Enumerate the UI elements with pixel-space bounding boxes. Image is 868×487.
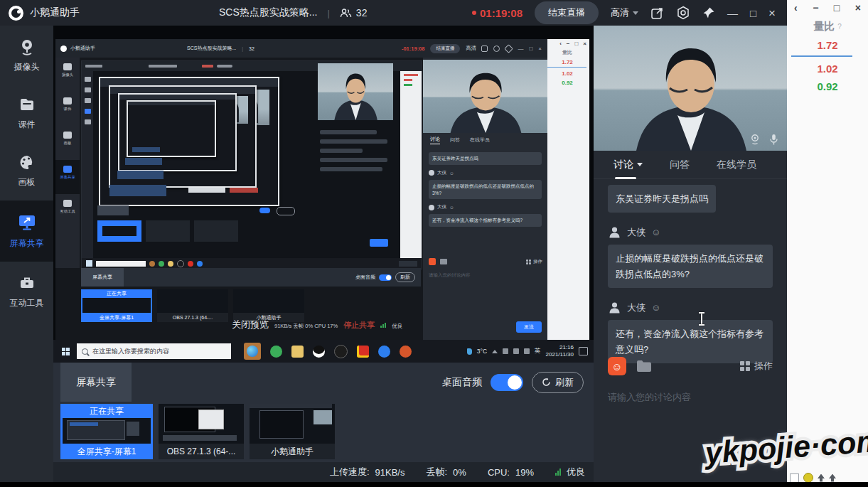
file-explorer-icon[interactable] (291, 346, 304, 358)
tab-discussion[interactable]: 讨论 (614, 159, 643, 171)
app-icon[interactable] (334, 345, 348, 358)
separator: | (327, 8, 329, 18)
nested-discussion-placeholder[interactable]: 请输入您的讨论内容 (429, 272, 471, 279)
nested-refresh-button[interactable]: 刷新 (395, 272, 415, 282)
cpu-label: CPU: (488, 467, 510, 478)
sidebar-item-courseware[interactable]: 课件 (0, 85, 53, 141)
avatar (429, 205, 434, 210)
nested-thumbnails: 正在共享 全屏共享-屏幕1 OBS 27.1.3 (64-... 小鹅通助手 (81, 289, 304, 322)
microphone-icon[interactable] (769, 134, 778, 145)
qq-icon[interactable] (313, 346, 325, 358)
share-tab[interactable]: 屏幕共享 (60, 363, 132, 402)
nested-end-live-button[interactable]: 结束直播 (430, 44, 460, 53)
nested-title-bar: 小鹅通助手 SCS热点股实战策略... | 32 -01:19:08 结束直播 … (55, 39, 547, 58)
nested-live-timer: -01:19:08 (402, 46, 425, 52)
nested-tab-qa[interactable]: 问答 (450, 137, 460, 144)
screen-share-preview: ‹−□× 量比 1.72 1.02 0.92 小鹅通助手 SCS热点股实战策略.… (53, 26, 594, 363)
browser-icon[interactable] (378, 346, 390, 358)
sidebar-item-tools[interactable]: 互动工具 (0, 264, 53, 319)
thumbnail-sharing[interactable]: 正在共享 全屏共享-屏幕1 (81, 289, 152, 322)
settings-icon[interactable] (676, 6, 690, 20)
quality-select[interactable]: 高清 (611, 6, 638, 19)
pin-icon[interactable] (505, 44, 514, 53)
sidebar-item-camera[interactable]: 摄像头 (0, 28, 53, 83)
sidebar-item-whiteboard[interactable]: 画板 (0, 143, 53, 198)
taskbar-clock[interactable]: 21:162021/11/30 (546, 344, 574, 358)
chat-message: 还有，资金净流入额这个指标有参考意义吗? (429, 214, 542, 227)
live-timer: 01:19:08 (472, 7, 523, 19)
viewer-count: 32 (340, 7, 368, 18)
tray-expand-icon[interactable] (492, 350, 498, 353)
close-button[interactable]: × (768, 7, 776, 19)
stock-minimize-button[interactable]: − (813, 2, 818, 14)
checkbox-icon[interactable] (790, 473, 799, 483)
clip-app-icon[interactable] (357, 346, 369, 358)
stop-share-button[interactable]: 停止共享 (343, 320, 375, 331)
thumbnail-assistant[interactable]: 小鹅通助手 (233, 289, 304, 322)
volume-ratio-value: 0.92 (787, 80, 868, 92)
nested-tab-discussion[interactable]: 讨论 (430, 136, 440, 144)
upload-speed-value: 91KB/s (375, 467, 405, 478)
file-button[interactable] (636, 360, 652, 373)
help-icon[interactable]: ? (837, 23, 842, 31)
nested-share-tab[interactable]: 屏幕共享 (81, 268, 124, 287)
nested-level2-window (81, 60, 422, 269)
tab-students[interactable]: 在线学员 (717, 159, 756, 171)
thumbnail-obs[interactable]: OBS 27.1.3 (64-... (159, 404, 244, 459)
office-app-icon[interactable] (400, 346, 412, 358)
notification-icon[interactable] (579, 347, 588, 355)
tool-icon[interactable] (829, 474, 836, 482)
webcam-icon[interactable] (749, 134, 761, 145)
stock-app-panel: ‹ − □ × 量比? 1.72 1.02 0.92 (787, 0, 868, 487)
actions-button[interactable]: 操作 (740, 360, 773, 373)
thumbnail-obs[interactable]: OBS 27.1.3 (64-... (157, 289, 228, 322)
nested-taskbar: 在这里输入你要搜索的内容 3°C 英 21:162021/11 (53, 340, 594, 363)
desktop-audio-toggle[interactable] (491, 374, 523, 391)
screen-share-icon (17, 213, 37, 232)
pin-icon[interactable] (702, 6, 715, 19)
nested-tab-students[interactable]: 在线学员 (470, 137, 490, 144)
share-icon[interactable] (650, 6, 664, 20)
refresh-icon (542, 378, 551, 387)
avatar (608, 225, 621, 239)
settings-icon[interactable] (493, 46, 500, 52)
taskbar-search-input[interactable]: 在这里输入你要搜索的内容 (77, 343, 231, 359)
edge-browser-icon[interactable] (244, 343, 261, 360)
chat-user: 大侠 ☺ (608, 301, 787, 314)
chat-message: 东吴证券昨天是拐点吗 (608, 185, 716, 213)
stock-maximize-button[interactable]: □ (834, 2, 840, 14)
volume-ratio-header: 量比? (787, 20, 868, 33)
wechat-icon[interactable] (270, 346, 282, 358)
chevron-down-icon (633, 11, 638, 15)
emoji-button[interactable] (429, 258, 436, 265)
volume-icon[interactable] (524, 348, 530, 354)
coin-icon[interactable] (803, 473, 813, 483)
thumbnail-assistant[interactable]: 小鹅通助手 (250, 404, 335, 459)
share-icon[interactable] (481, 46, 488, 52)
thumbnail-sharing[interactable]: 正在共享 全屏共享-屏幕1 (60, 404, 153, 459)
end-live-button[interactable]: 结束直播 (535, 1, 599, 24)
chat-message: 止损的幅度是破跌拐点的低点还是破跌拐点低点的3%? (429, 180, 542, 200)
maximize-button[interactable]: □ (750, 8, 756, 18)
system-tray: 3°C 英 21:162021/11/30 (467, 344, 594, 358)
file-button[interactable] (440, 259, 447, 264)
tab-qa[interactable]: 问答 (670, 159, 690, 171)
emoji-button[interactable]: ☺ (608, 357, 626, 375)
actions-button[interactable]: 操作 (526, 259, 542, 265)
minimize-button[interactable]: — (727, 8, 738, 18)
nested-desktop-audio-toggle[interactable] (379, 274, 392, 281)
close-preview-button[interactable]: 关闭预览 (232, 319, 269, 331)
nested-stock-panel: ‹−□× 量比 1.72 1.02 0.92 (545, 39, 589, 340)
interaction-panel: 讨论 问答 在线学员 东吴证券昨天是拐点吗 大侠 ☺ 止损的幅度是破跌拐点的低点… (594, 26, 787, 487)
tool-icon[interactable] (818, 474, 825, 482)
nested-send-button[interactable]: 发送 (516, 321, 542, 333)
cpu-value: 19% (515, 467, 534, 478)
stock-back-button[interactable]: ‹ (794, 2, 798, 14)
chat-message: 止损的幅度是破跌拐点的低点还是破跌拐点低点的3%? (608, 245, 773, 288)
windows-start-button[interactable] (62, 348, 70, 355)
stock-close-button[interactable]: × (855, 2, 861, 14)
sidebar-item-screen-share[interactable]: 屏幕共享 (0, 200, 53, 262)
weather-icon (467, 348, 472, 355)
thumbnail-list: 正在共享 全屏共享-屏幕1 OBS 27.1.3 (64-... 小鹅通助手 (60, 404, 335, 459)
refresh-button[interactable]: 刷新 (532, 372, 584, 393)
